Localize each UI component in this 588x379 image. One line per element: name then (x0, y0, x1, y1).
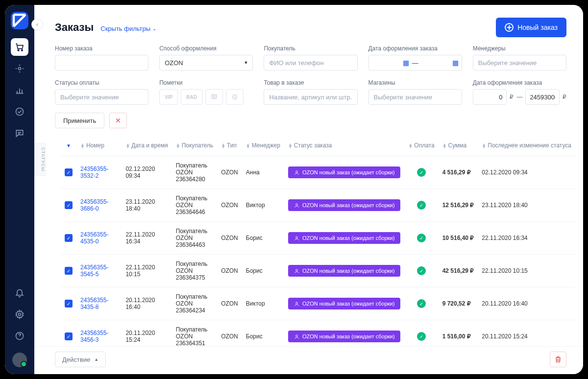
bulk-action-dropdown[interactable]: Действие▲ (55, 352, 106, 367)
user-avatar[interactable] (12, 353, 27, 367)
row-checkbox[interactable]: ✓ (65, 234, 73, 242)
tag-book-icon[interactable] (205, 89, 223, 105)
tag-alarm-icon[interactable] (226, 89, 244, 105)
cell-manager: Борис (242, 222, 284, 255)
stores-input[interactable] (368, 89, 462, 105)
buyer-input[interactable] (264, 55, 357, 71)
col-type[interactable]: ▲▼Тип (217, 135, 242, 156)
table-row[interactable]: ✓24356355-4535-022.11.202016:34Покупател… (61, 222, 575, 255)
status-badge[interactable]: OZON новый заказ (ожидает сборки) (288, 265, 400, 277)
cell-type: OZON (217, 222, 242, 255)
nav-orders[interactable] (11, 38, 28, 56)
date-from-input[interactable] (372, 56, 400, 70)
svg-point-8 (296, 203, 298, 205)
statuses-side-label[interactable]: СТАТУСЫ (34, 143, 46, 176)
order-number-link[interactable]: 24356355-3435-8 (80, 297, 108, 310)
order-number-link[interactable]: 24356355-3686-0 (80, 198, 108, 212)
filter-tags: Пометки VIP BAD (159, 79, 253, 105)
cell-amount: 9 720,52 ₽ (439, 287, 478, 320)
cell-lastchange: 23.11.2020 18:40 (478, 189, 575, 222)
hide-filters-link[interactable]: Скрыть фильтры ⌄ (100, 25, 156, 32)
col-lastchange[interactable]: ▲▼Последнее изменение статуса (478, 135, 575, 156)
sidebar (5, 5, 34, 374)
product-input[interactable] (264, 89, 357, 105)
filters-panel: Номер заказа Способ оформления Покупател… (34, 40, 583, 105)
order-number-input[interactable] (55, 55, 148, 71)
payment-ok-icon: ✓ (417, 332, 426, 341)
tag-vip[interactable]: VIP (159, 89, 178, 105)
svg-point-7 (296, 170, 298, 172)
row-checkbox[interactable]: ✓ (65, 300, 73, 308)
cell-lastchange: 22.11.2020 10:15 (478, 255, 575, 287)
tag-bad[interactable]: BAD (181, 89, 202, 105)
cell-amount: 12 516,29 ₽ (439, 189, 478, 222)
nav-target[interactable] (11, 60, 28, 77)
order-number-link[interactable]: 24356355-3456-3 (80, 330, 108, 343)
row-checkbox[interactable]: ✓ (65, 267, 73, 275)
price-to-input[interactable] (525, 89, 560, 105)
col-number[interactable]: ▲▼Номер (76, 135, 122, 156)
filter-order-number: Номер заказа (55, 45, 148, 71)
status-badge[interactable]: OZON новый заказ (ожидает сборки) (288, 232, 400, 244)
calendar-icon[interactable]: ▦ (403, 59, 409, 67)
cell-datetime: 22.11.202010:15 (122, 255, 172, 287)
chevron-down-icon: ⌄ (152, 26, 156, 31)
new-order-button[interactable]: + Новый заказ (496, 18, 566, 37)
nav-analytics[interactable] (11, 81, 28, 99)
table-row[interactable]: ✓24356355-3435-820.11.202016:40Покупател… (61, 287, 575, 320)
cell-type: OZON (217, 156, 242, 189)
nav-notifications[interactable] (11, 284, 28, 302)
svg-point-3 (16, 108, 24, 116)
nav-chat[interactable] (11, 124, 28, 142)
svg-point-11 (296, 302, 298, 304)
col-amount[interactable]: ▲▼Сумма (439, 135, 478, 156)
order-number-link[interactable]: 24356355-4535-0 (80, 231, 108, 245)
status-badge[interactable]: OZON новый заказ (ожидает сборки) (288, 166, 400, 178)
apply-button[interactable]: Применить (55, 113, 104, 128)
col-manager[interactable]: ▲▼Менеджер (242, 135, 284, 156)
app-logo[interactable] (11, 12, 28, 29)
delete-button[interactable] (550, 352, 566, 367)
table-row[interactable]: ✓24356355-3456-320.11.202015:24Покупател… (61, 320, 575, 347)
pay-status-input[interactable] (55, 89, 148, 105)
cell-type: OZON (217, 255, 242, 287)
col-payment[interactable]: ▲▼Оплата (404, 135, 438, 156)
row-checkbox[interactable]: ✓ (65, 332, 73, 340)
svg-point-4 (19, 313, 21, 316)
table-row[interactable]: ✓24356355-3532-202.12.202009:34Покупател… (61, 156, 575, 189)
cell-lastchange: 20.11.2020 16:40 (478, 287, 575, 320)
nav-help[interactable] (11, 327, 28, 345)
filter-buyer: Покупатель (264, 45, 357, 71)
method-select[interactable] (159, 55, 253, 71)
cell-amount: 10 516,40 ₽ (439, 222, 478, 255)
col-buyer[interactable]: ▲▼Покупатель (172, 135, 217, 156)
payment-ok-icon: ✓ (417, 234, 426, 242)
date-to-input[interactable] (421, 56, 449, 70)
managers-input[interactable] (473, 55, 566, 71)
status-badge[interactable]: OZON новый заказ (ожидает сборки) (288, 298, 400, 309)
sidebar-collapse-button[interactable]: ‹ (31, 19, 43, 30)
footer-bar: Действие▲ (34, 346, 583, 374)
calendar-icon[interactable]: ▦ (452, 59, 459, 67)
row-checkbox[interactable]: ✓ (65, 168, 73, 176)
status-badge[interactable]: OZON новый заказ (ожидает сборки) (288, 199, 400, 211)
order-number-link[interactable]: 24356355-3532-2 (80, 166, 108, 179)
cell-manager: Анна (242, 156, 284, 189)
col-datetime[interactable]: ▲▼Дата и время (122, 135, 172, 156)
col-dropdown[interactable]: ▼ (61, 135, 76, 156)
payment-ok-icon: ✓ (417, 168, 426, 177)
order-number-link[interactable]: 24356355-3545-5 (80, 264, 108, 278)
table-row[interactable]: ✓24356355-3545-522.11.202010:15Покупател… (61, 255, 575, 287)
payment-ok-icon: ✓ (417, 201, 426, 210)
filter-pay-status: Статусы оплаты (55, 79, 148, 105)
price-from-input[interactable] (473, 89, 507, 105)
clear-filters-button[interactable]: ✕ (109, 113, 127, 128)
status-badge[interactable]: OZON новый заказ (ожидает сборки) (288, 331, 400, 342)
nav-tasks[interactable] (11, 103, 28, 120)
row-checkbox[interactable]: ✓ (65, 201, 73, 209)
table-row[interactable]: ✓24356355-3686-023.11.202018:40Покупател… (61, 189, 575, 222)
cell-lastchange: 22.11.2020 16:34 (478, 222, 575, 255)
col-status[interactable]: ▲▼Статус заказа (284, 135, 404, 156)
cell-datetime: 20.11.202015:24 (122, 320, 172, 347)
nav-settings[interactable] (11, 306, 28, 323)
